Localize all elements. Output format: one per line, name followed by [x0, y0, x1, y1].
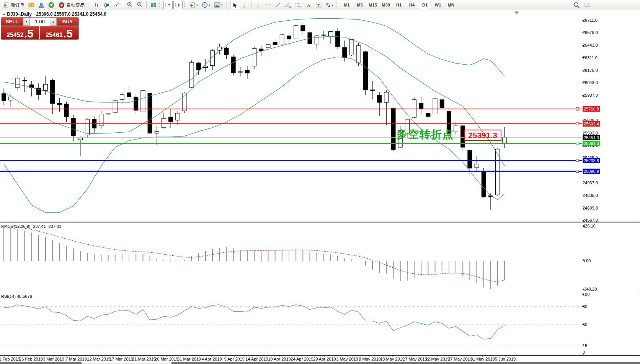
new-order-label: 新订单: [11, 2, 24, 8]
candle-body: [71, 118, 75, 135]
signals-button[interactable]: [47, 1, 56, 9]
tile-windows-icon: [150, 2, 156, 8]
candle-body: [328, 32, 333, 36]
axis-tick-label: 26311.0: [583, 55, 600, 60]
search-button[interactable]: [572, 1, 581, 9]
volume-input[interactable]: [30, 18, 50, 26]
zoom-out-button[interactable]: [135, 1, 144, 9]
collapse-icon[interactable]: ▲: [2, 12, 6, 16]
timeframe-m30-button[interactable]: M30: [380, 1, 392, 9]
mt4-terminal: 新订单 自动交易: [0, 0, 640, 364]
scrollbar-thumb[interactable]: [82, 362, 171, 364]
chat-button[interactable]: [582, 1, 593, 9]
candlestick-chart-button[interactable]: [102, 1, 111, 9]
charts-folder-button[interactable]: [27, 1, 36, 9]
triangle-up-icon: ▲: [52, 20, 55, 23]
auto-scroll-icon: [165, 2, 171, 8]
svg-text:A: A: [307, 3, 310, 8]
axis-tick-label: 26579.0: [583, 30, 600, 35]
turning-point-annotation[interactable]: 多空转折点: [397, 127, 454, 142]
chevron-down-icon: ▾: [209, 3, 210, 7]
candle-body: [155, 132, 159, 133]
candle-body: [363, 52, 367, 90]
horizontal-scrollbar[interactable]: [0, 362, 640, 364]
axis-tick-label: 26175.0: [583, 68, 600, 73]
toolbar-right-group: [571, 1, 593, 9]
date-label: 29 Apr 2019: [313, 357, 336, 361]
horizontal-line-button[interactable]: [263, 1, 273, 9]
timeframe-w1-button[interactable]: W1: [432, 1, 444, 9]
axis-tick-label: 26443.0: [583, 42, 600, 48]
candle-body: [377, 95, 382, 102]
timeframe-m1-button[interactable]: M1: [341, 1, 353, 9]
templates-button[interactable]: ▾: [212, 1, 224, 9]
line-chart-button[interactable]: [112, 1, 121, 9]
level-anchor[interactable]: [576, 159, 579, 162]
chart-shift-button[interactable]: [173, 1, 183, 9]
bar-chart-button[interactable]: [92, 1, 101, 9]
auto-trading-button[interactable]: 自动交易: [57, 1, 86, 9]
auto-scroll-button[interactable]: [163, 1, 173, 9]
candle-body: [252, 49, 256, 66]
candle-body: [419, 103, 423, 108]
one-click-trading-panel: SELL ▼ ▲ BUY 25452 .5 25461 .5: [1, 17, 79, 40]
volume-down-button[interactable]: ▼: [23, 18, 30, 26]
equidistant-channel-button[interactable]: E: [283, 1, 293, 9]
text-label-button[interactable]: T: [314, 1, 323, 9]
periods-icon: [202, 2, 208, 8]
volume-up-button[interactable]: ▲: [50, 18, 57, 26]
charts-folder-icon: [28, 2, 34, 8]
candle-body: [433, 98, 437, 114]
sell-price[interactable]: 25452 .5: [1, 26, 40, 40]
timeframe-d1-button[interactable]: D1: [419, 1, 431, 9]
candle-body: [238, 72, 242, 73]
indicators-icon: [190, 2, 196, 8]
triangle-down-icon: ▼: [25, 20, 28, 23]
auto-trading-icon: [58, 2, 65, 8]
date-label: 7 Mar 2019: [65, 357, 87, 361]
turning-point-value-box[interactable]: 25391.3: [464, 130, 501, 141]
indicators-button[interactable]: ▾: [188, 1, 199, 9]
vertical-line-button[interactable]: [253, 1, 263, 9]
axis-tick-label: 26043.0: [583, 80, 600, 85]
fibonacci-button[interactable]: F: [294, 1, 303, 9]
timeframe-m5-button[interactable]: M5: [354, 1, 366, 9]
chart-canvas[interactable]: [0, 0, 640, 364]
date-label: 4 Apr 2019: [201, 357, 222, 361]
candle-body: [78, 138, 82, 140]
candle-body: [356, 46, 361, 63]
buy-button[interactable]: BUY: [57, 18, 78, 26]
tile-windows-button[interactable]: [149, 1, 158, 9]
buy-price[interactable]: 25461 .5: [40, 26, 78, 40]
candle-body: [85, 119, 90, 135]
candle-body: [44, 84, 48, 90]
timeframe-h4-button[interactable]: H4: [406, 1, 418, 9]
level-anchor[interactable]: [576, 122, 579, 125]
timeframe-m15-button[interactable]: M15: [367, 1, 379, 9]
candle-body: [231, 57, 235, 72]
price-level-badge: 25208.6: [583, 158, 600, 163]
trendline-button[interactable]: [273, 1, 282, 9]
axis-tick-label: 24967.0: [583, 180, 600, 185]
candle-body: [475, 164, 479, 168]
new-order-button[interactable]: 新订单: [2, 1, 26, 9]
zoom-in-button[interactable]: [125, 1, 134, 9]
level-anchor[interactable]: [576, 170, 579, 173]
horizontal-line-icon: [265, 2, 271, 8]
market-watch-button[interactable]: [37, 1, 46, 9]
timeframe-h1-button[interactable]: H1: [393, 1, 405, 9]
text-button[interactable]: A: [304, 1, 313, 9]
shift-marker-icon[interactable]: [514, 11, 519, 14]
turning-point-value: 25391.3: [468, 131, 497, 140]
cursor-button[interactable]: [230, 1, 239, 9]
toolbar: 新订单 自动交易: [0, 0, 640, 10]
toolbar-grip: [226, 2, 228, 8]
timeframe-mn-button[interactable]: MN: [445, 1, 457, 9]
periods-button[interactable]: ▾: [200, 1, 212, 9]
crosshair-button[interactable]: [240, 1, 249, 9]
level-anchor[interactable]: [576, 142, 579, 145]
arrows-button[interactable]: ▾: [324, 1, 335, 9]
sell-button[interactable]: SELL: [1, 18, 23, 26]
level-anchor[interactable]: [576, 107, 579, 110]
toolbar-grip: [88, 2, 90, 8]
